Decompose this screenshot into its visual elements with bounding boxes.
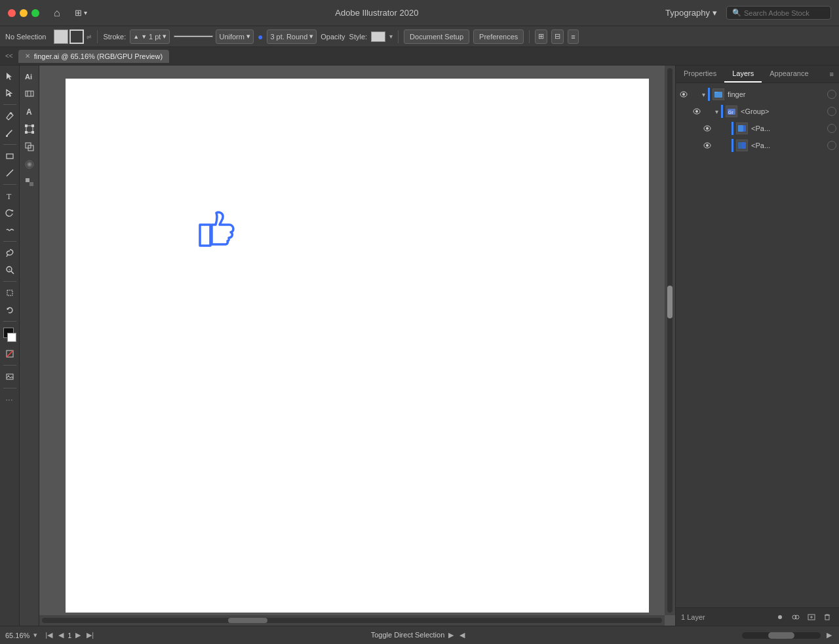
- path2-lock[interactable]: [714, 140, 724, 151]
- fill-color-box[interactable]: [54, 29, 68, 44]
- delete-layer-button[interactable]: [821, 611, 834, 624]
- path1-visibility-eye[interactable]: [702, 123, 712, 134]
- separator1: [97, 30, 98, 43]
- canvas-horizontal-scrollbar[interactable]: [39, 615, 665, 626]
- left-toolbar: T +: [0, 66, 20, 626]
- svg-rect-20: [31, 131, 34, 134]
- nav-arrow-left[interactable]: ◀: [458, 630, 467, 640]
- path1-lock[interactable]: [714, 123, 724, 134]
- ai-properties-button[interactable]: Ai: [22, 68, 37, 84]
- swap-icon[interactable]: ⇌: [87, 33, 92, 40]
- tool-separator-4: [3, 241, 16, 242]
- layer-row-path2[interactable]: ▾ <Pa...: [676, 137, 839, 154]
- group-lock[interactable]: [703, 106, 714, 117]
- svg-rect-19: [25, 131, 28, 134]
- warp-tool-button[interactable]: [2, 222, 18, 238]
- group-target-circle[interactable]: [827, 107, 836, 116]
- scroll-track[interactable]: [742, 632, 821, 639]
- group-expand-arrow[interactable]: ▾: [715, 108, 718, 115]
- vscroll-handle[interactable]: [667, 286, 673, 318]
- nav-prev-button[interactable]: ◀: [56, 630, 66, 640]
- zoom-tool-button[interactable]: +: [2, 262, 18, 278]
- layer-row-path1[interactable]: ▾ <Pa...: [676, 120, 839, 137]
- transparency-button[interactable]: [22, 174, 37, 190]
- layer-name-path1: <Pa...: [749, 124, 826, 132]
- stroke-weight-dropdown[interactable]: ▲ ▼ 1 pt ▾: [130, 29, 170, 44]
- more-tools-button[interactable]: ···: [2, 392, 18, 407]
- create-layer-button[interactable]: [805, 611, 818, 624]
- create-clip-button[interactable]: [789, 611, 802, 624]
- path2-visibility-eye[interactable]: [702, 140, 712, 151]
- artboard-tool-button[interactable]: [2, 285, 18, 301]
- tool-separator-7: [3, 365, 16, 366]
- style-preview[interactable]: [371, 31, 385, 42]
- tab-close-icon[interactable]: ✕: [25, 52, 30, 60]
- align-icon-button[interactable]: ⊟: [551, 29, 564, 44]
- stroke-color-box[interactable]: [69, 29, 84, 44]
- close-button[interactable]: [8, 9, 16, 17]
- paintbrush-tool-button[interactable]: [2, 125, 18, 141]
- zoom-dropdown-button[interactable]: ▾: [31, 630, 39, 640]
- tab-layers[interactable]: Layers: [724, 66, 762, 83]
- path1-target-circle[interactable]: [827, 124, 836, 133]
- pt-round-dropdown[interactable]: 3 pt. Round ▾: [267, 29, 317, 44]
- make-mask-button[interactable]: [773, 611, 787, 624]
- libraries-button[interactable]: [22, 86, 37, 102]
- typography-workspace-button[interactable]: Typography ▾: [661, 7, 721, 19]
- toggle-direct-button[interactable]: ▶: [446, 630, 456, 640]
- stroke-down-arrow: ▼: [141, 33, 147, 40]
- image-button[interactable]: [2, 369, 18, 385]
- background-color[interactable]: [7, 333, 16, 342]
- lasso-tool-button[interactable]: [2, 245, 18, 261]
- scroll-thumb[interactable]: [768, 632, 794, 639]
- pen-tool-button[interactable]: [2, 108, 18, 124]
- canvas-vertical-scrollbar[interactable]: [665, 66, 675, 615]
- layer-row-group[interactable]: ▾ Gr <Group>: [676, 103, 839, 120]
- tab-properties[interactable]: Properties: [676, 66, 724, 83]
- layer-lock[interactable]: [690, 89, 701, 100]
- history-back-button[interactable]: [2, 302, 18, 318]
- none-fill-button[interactable]: [2, 346, 18, 362]
- layer-row-finger[interactable]: ▾ finger: [676, 86, 839, 103]
- panel-menu-icon[interactable]: ≡: [825, 66, 839, 82]
- svg-text:T: T: [7, 192, 12, 200]
- gradient-button[interactable]: [22, 157, 37, 172]
- layer-expand-arrow[interactable]: ▾: [702, 91, 705, 98]
- path2-target-circle[interactable]: [827, 141, 836, 150]
- direct-selection-tool-button[interactable]: [2, 85, 18, 101]
- rotate-tool-button[interactable]: [2, 205, 18, 221]
- selection-tool-button[interactable]: [2, 68, 18, 84]
- pathfinder-button[interactable]: [22, 139, 37, 155]
- preferences-button[interactable]: Preferences: [473, 29, 524, 44]
- document-tab[interactable]: ✕ finger.ai @ 65.16% (RGB/GPU Preview): [18, 50, 169, 63]
- nav-first-button[interactable]: |◀: [43, 630, 54, 640]
- layer-target-circle[interactable]: [827, 90, 836, 99]
- stroke-value: 1 pt: [149, 33, 161, 41]
- minimize-button[interactable]: [20, 9, 28, 17]
- svg-rect-25: [29, 182, 33, 186]
- transform-button[interactable]: [22, 121, 37, 137]
- rectangle-tool-button[interactable]: [2, 148, 18, 164]
- panel-collapse-icon[interactable]: <<: [5, 52, 13, 60]
- group-visibility-eye[interactable]: [692, 106, 702, 117]
- document-setup-button[interactable]: Document Setup: [404, 29, 469, 44]
- nav-next-button[interactable]: ▶: [73, 630, 83, 640]
- search-placeholder: Search Adobe Stock: [744, 9, 810, 17]
- home-button[interactable]: ⌂: [50, 6, 64, 20]
- maximize-button[interactable]: [31, 9, 39, 17]
- scroll-right-button[interactable]: ▶: [825, 630, 834, 640]
- tab-appearance[interactable]: Appearance: [762, 66, 816, 83]
- svg-point-35: [706, 127, 709, 130]
- layer-visibility-eye[interactable]: [678, 89, 689, 100]
- list-icon-button[interactable]: ≡: [568, 29, 578, 44]
- stroke-uniform-dropdown[interactable]: Uniform ▾: [216, 29, 254, 44]
- stroke-line-preview: [174, 35, 213, 37]
- line-tool-button[interactable]: [2, 165, 18, 181]
- hscroll-handle[interactable]: [228, 618, 267, 623]
- nav-last-button[interactable]: ▶|: [85, 630, 96, 640]
- character-button[interactable]: A: [22, 104, 37, 119]
- type-tool-button[interactable]: T: [2, 188, 18, 204]
- search-bar[interactable]: 🔍 Search Adobe Stock: [726, 6, 831, 20]
- arrange-icon-button[interactable]: ⊞: [535, 29, 547, 44]
- workspace-switcher[interactable]: ⊞ ▾: [69, 6, 92, 20]
